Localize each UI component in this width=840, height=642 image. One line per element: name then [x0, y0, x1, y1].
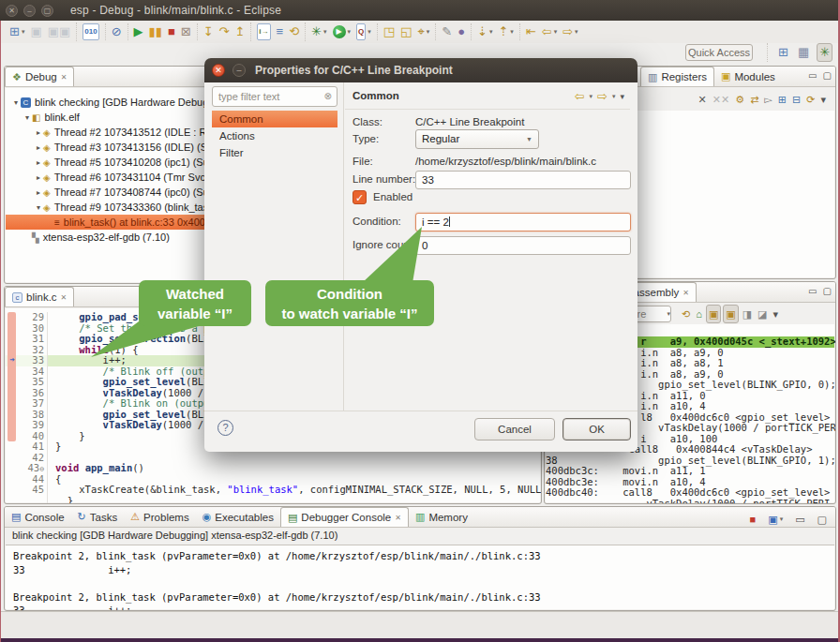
annotation-ruler[interactable]	[6, 463, 19, 474]
close-icon[interactable]: ✕	[682, 289, 689, 297]
save-icon[interactable]: ▣	[28, 23, 43, 40]
run-button[interactable]: ▶▾	[331, 24, 353, 39]
annotation-ruler[interactable]	[6, 485, 19, 496]
open-new-view-icon[interactable]: ◨	[741, 306, 754, 322]
add-register-group-icon[interactable]: ⊞	[776, 91, 788, 108]
annotation-ruler[interactable]	[6, 410, 19, 421]
help-icon[interactable]: ?	[218, 420, 233, 436]
console-output[interactable]: Breakpoint 2, blink_task (pvParameter=0x…	[6, 545, 834, 609]
chevron-down-icon[interactable]: ▾	[323, 28, 327, 36]
mark-occurrences-icon[interactable]: ✎	[440, 23, 454, 40]
sync-selection-icon[interactable]: ▣	[706, 305, 721, 323]
remove-all-icon[interactable]: ✕✕	[711, 91, 731, 108]
annotation-ruler[interactable]	[6, 345, 19, 356]
dialog-close-icon[interactable]: ✕	[212, 64, 225, 77]
dialog-nav-common[interactable]: Common	[212, 111, 338, 127]
type-select[interactable]: Regular ▼	[415, 129, 539, 149]
clear-filter-icon[interactable]: ⊗	[324, 87, 332, 106]
step-return-icon[interactable]: ↥	[232, 23, 247, 40]
last-edit-location-icon[interactable]: ⇤	[524, 23, 538, 40]
expander-icon[interactable]: ▸	[34, 188, 43, 197]
chevron-down-icon[interactable]: ▾	[780, 515, 784, 523]
window-minimize-icon[interactable]: –	[23, 5, 36, 17]
ignore-count-input[interactable]: 0	[415, 236, 631, 255]
tab-debugger-console[interactable]: ▤Debugger Console✕	[280, 507, 409, 527]
annotation-ruler[interactable]	[6, 366, 19, 378]
remove-register-group-icon[interactable]: ⊟	[790, 91, 802, 108]
disassembly-line[interactable]: 400dbc3c: movi.n a11, 1	[546, 466, 834, 477]
exchange-icon[interactable]: ⇄	[748, 91, 760, 108]
chevron-down-icon[interactable]: ▾	[510, 28, 514, 36]
dialog-nav-filter[interactable]: Filter	[212, 144, 338, 161]
code-line[interactable]: 43⊖void app_main()	[6, 463, 540, 474]
tab-memory[interactable]: ▥Memory	[409, 507, 474, 527]
chevron-down-icon[interactable]: ▾	[575, 28, 578, 36]
annotation-ruler[interactable]	[6, 377, 19, 388]
chevron-down-icon[interactable]: ▾	[368, 28, 371, 36]
annotation-ruler[interactable]	[6, 441, 19, 453]
chevron-down-icon[interactable]: ▾	[22, 28, 25, 36]
condition-input[interactable]: i == 2	[415, 213, 631, 231]
annotation-ruler[interactable]	[6, 453, 19, 464]
chevron-down-icon[interactable]: ▾	[612, 93, 616, 100]
coverage-button[interactable]: Q▾	[354, 22, 373, 41]
debug-perspective-icon[interactable]: ✳	[817, 43, 832, 62]
terminate-icon[interactable]: ■	[166, 23, 177, 40]
expander-icon[interactable]: ▸	[34, 158, 43, 167]
window-maximize-icon[interactable]: ▢	[41, 5, 53, 17]
breakpoint-marker-icon[interactable]: ➜	[6, 355, 19, 366]
annotation-ruler[interactable]	[6, 323, 19, 335]
tab-debug[interactable]: ❖ Debug ✕	[5, 67, 74, 86]
dialog-nav-actions[interactable]: Actions	[212, 127, 338, 144]
minimize-panel-icon[interactable]: ▭	[793, 511, 806, 528]
debug-button[interactable]: ✳▾	[309, 23, 328, 40]
toggle-annotation-icon[interactable]: ●	[456, 23, 467, 40]
annotation-ruler[interactable]	[6, 496, 19, 505]
expander-icon[interactable]: ▾	[22, 113, 32, 122]
forward-icon[interactable]: ⇨▾	[561, 23, 579, 40]
expander-icon[interactable]: ▸	[34, 173, 43, 182]
drop-to-frame-icon[interactable]: ⟲	[287, 23, 301, 40]
search-icon[interactable]: ⌖▾	[415, 23, 431, 40]
filter-input[interactable]: type filter text ⊗	[212, 86, 338, 107]
dialog-minimize-icon[interactable]: –	[232, 64, 246, 77]
annotation-ruler[interactable]	[6, 334, 19, 345]
restore-groups-icon[interactable]: ⟳	[804, 91, 817, 108]
code-line[interactable]: 45 xTaskCreate(&blink_task, "blink_task"…	[6, 485, 540, 496]
tab-problems[interactable]: ⚠Problems	[124, 507, 195, 527]
close-icon[interactable]: ✕	[61, 293, 68, 302]
pointer-icon[interactable]: ▻	[762, 91, 773, 108]
annotation-ruler[interactable]	[6, 431, 19, 442]
chevron-down-icon[interactable]: ▾	[554, 28, 558, 36]
code-line[interactable]: }	[6, 496, 540, 505]
view-menu-icon[interactable]: ▾	[818, 91, 828, 108]
minimize-panel-icon[interactable]: ▭	[808, 286, 817, 296]
home-icon[interactable]: ⌂	[694, 306, 704, 322]
expander-icon[interactable]: ▸	[34, 128, 43, 137]
expander-icon[interactable]: ▸	[34, 143, 43, 152]
close-icon[interactable]: ✕	[395, 514, 401, 522]
annotation-ruler[interactable]	[6, 420, 19, 431]
previous-annotation-icon[interactable]: ⇡▾	[496, 23, 515, 40]
expander-icon[interactable]: ▾	[34, 203, 43, 212]
remove-selected-icon[interactable]: ✕	[697, 91, 709, 108]
quick-access-button[interactable]: Quick Access	[685, 44, 753, 61]
forward-icon[interactable]: ⇨	[597, 89, 608, 103]
tab-blink-c[interactable]: c blink.c ✕	[5, 287, 74, 306]
resume-icon[interactable]: ▶	[132, 23, 145, 40]
build-binary-icon[interactable]: 010	[81, 22, 100, 41]
memory-monitor-icon[interactable]: ≡	[275, 23, 286, 40]
maximize-panel-icon[interactable]: ▢	[823, 70, 832, 81]
chevron-down-icon[interactable]: ▾	[489, 28, 493, 36]
disconnect-icon[interactable]: ⊠	[179, 23, 193, 40]
enabled-checkbox[interactable]: ✓	[352, 190, 367, 204]
open-element-icon[interactable]: ◳	[382, 23, 397, 40]
annotation-ruler[interactable]	[6, 312, 19, 323]
settings-icon[interactable]: ⚙	[733, 91, 746, 108]
annotation-ruler[interactable]	[6, 388, 19, 399]
close-icon[interactable]: ✕	[61, 73, 68, 82]
tab-registers[interactable]: ▥Registers	[640, 67, 714, 86]
annotation-ruler[interactable]	[6, 398, 19, 410]
maximize-panel-icon[interactable]: ▢	[823, 286, 832, 296]
chevron-down-icon[interactable]: ▾	[348, 28, 352, 36]
